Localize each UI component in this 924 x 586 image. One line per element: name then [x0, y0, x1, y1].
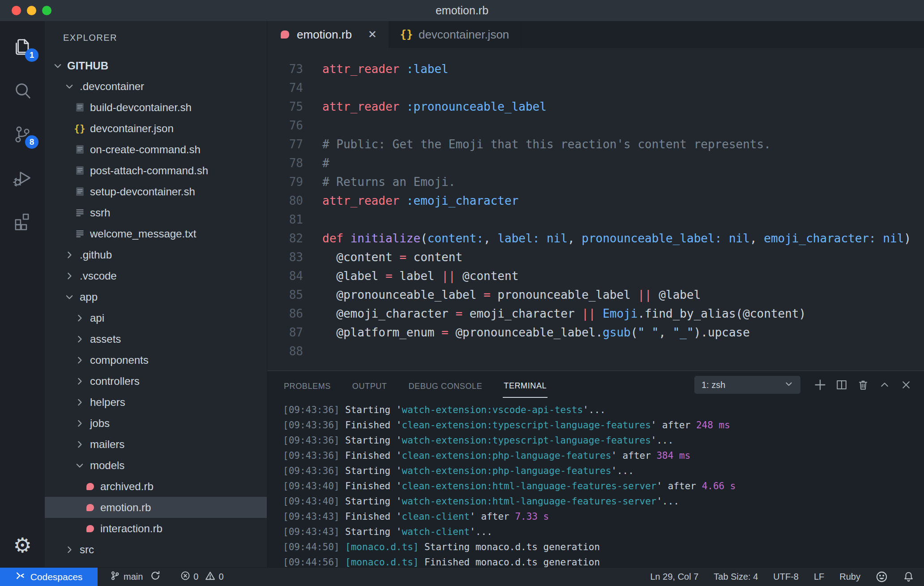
source-control-badge: 8 — [25, 135, 38, 149]
tree-item-controllers[interactable]: controllers — [45, 371, 267, 392]
kill-terminal-button[interactable] — [853, 375, 873, 395]
problems-indicator[interactable]: 0 0 — [180, 571, 223, 583]
sync-icon[interactable] — [150, 570, 161, 583]
status-encoding[interactable]: UTF-8 — [773, 572, 799, 582]
code-line-86[interactable]: 86 @emoji_character = emoji_character ||… — [267, 304, 924, 323]
code-line-74[interactable]: 74 — [267, 78, 924, 97]
tree-item-models[interactable]: models — [45, 455, 267, 476]
close-panel-button[interactable] — [896, 375, 916, 395]
tree-item-interaction.rb[interactable]: interaction.rb — [45, 518, 267, 539]
panel-tab-terminal[interactable]: TERMINAL — [503, 372, 548, 398]
chevron-right-icon — [74, 354, 86, 366]
code-line-content — [303, 342, 322, 361]
activity-source-control-button[interactable]: 8 — [0, 112, 45, 156]
code-line-75[interactable]: 75attr_reader :pronounceable_label — [267, 97, 924, 116]
minimize-window-button[interactable] — [27, 6, 36, 15]
code-line-73[interactable]: 73attr_reader :label — [267, 60, 924, 78]
tree-item-components[interactable]: components — [45, 349, 267, 371]
tree-item-label: archived.rb — [100, 480, 154, 493]
zoom-window-button[interactable] — [42, 6, 51, 15]
code-line-content: # Returns an Emoji. — [303, 172, 455, 191]
activity-search-button[interactable] — [0, 69, 45, 112]
tree-item-label: .github — [80, 249, 112, 261]
feedback-smiley-icon[interactable] — [876, 571, 888, 583]
tree-item-mailers[interactable]: mailers — [45, 434, 267, 455]
close-window-button[interactable] — [12, 6, 21, 15]
code-line-79[interactable]: 79# Returns an Emoji. — [267, 172, 924, 191]
tree-item-.devcontainer[interactable]: .devcontainer — [45, 76, 267, 97]
activity-explorer-button[interactable]: 1 — [0, 26, 45, 69]
tree-root-github[interactable]: GITHUB — [45, 56, 267, 76]
tree-item-api[interactable]: api — [45, 307, 267, 328]
tree-item-devcontainer.json[interactable]: {}devcontainer.json — [45, 118, 267, 139]
panel-tab-output[interactable]: OUTPUT — [351, 373, 388, 397]
new-terminal-button[interactable] — [810, 375, 830, 395]
tree-item-.github[interactable]: .github — [45, 244, 267, 265]
tree-item-label: .devcontainer — [80, 80, 144, 93]
code-editor[interactable]: 73attr_reader :label7475attr_reader :pro… — [267, 48, 924, 371]
tree-item-on-create-command.sh[interactable]: on-create-command.sh — [45, 139, 267, 160]
ruby-file-icon — [84, 481, 96, 492]
line-number: 87 — [267, 323, 303, 342]
tree-item-post-attach-command.sh[interactable]: post-attach-command.sh — [45, 160, 267, 181]
tab-close-icon[interactable]: ✕ — [368, 28, 377, 41]
branch-indicator[interactable]: main — [110, 570, 161, 583]
panel-tab-bar: PROBLEMSOUTPUTDEBUG CONSOLETERMINAL1: zs… — [267, 371, 924, 399]
terminal-shell-select[interactable]: 1: zsh — [694, 376, 800, 394]
errors-count: 0 — [193, 572, 198, 582]
settings-gear-icon[interactable]: ⚙ — [13, 535, 31, 556]
tree-item-emotion.rb[interactable]: emotion.rb — [45, 497, 267, 518]
code-line-76[interactable]: 76 — [267, 116, 924, 135]
ruby-gem-icon — [279, 29, 291, 40]
code-line-84[interactable]: 84 @label = label || @content — [267, 267, 924, 285]
panel-tab-debug-console[interactable]: DEBUG CONSOLE — [407, 373, 483, 397]
window-title: emotion.rb — [436, 4, 488, 17]
json-braces-icon: {} — [401, 29, 412, 40]
code-line-82[interactable]: 82def initialize(content:, label: nil, p… — [267, 229, 924, 248]
tree-item-helpers[interactable]: helpers — [45, 392, 267, 413]
chevron-right-icon — [74, 418, 86, 429]
line-number: 77 — [267, 135, 303, 154]
status-tab-size[interactable]: Tab Size: 4 — [714, 572, 758, 582]
codespaces-remote-button[interactable]: Codespaces — [0, 568, 98, 586]
line-number: 83 — [267, 248, 303, 267]
code-line-85[interactable]: 85 @pronounceable_label = pronounceable_… — [267, 285, 924, 304]
status-line-col[interactable]: Ln 29, Col 7 — [650, 572, 698, 582]
tree-item-setup-devcontainer.sh[interactable]: setup-devcontainer.sh — [45, 181, 267, 202]
maximize-panel-button[interactable] — [875, 375, 894, 395]
tree-item-jobs[interactable]: jobs — [45, 413, 267, 434]
tree-item-label: helpers — [90, 396, 125, 409]
tree-item-label: emotion.rb — [100, 501, 151, 514]
code-line-83[interactable]: 83 @content = content — [267, 248, 924, 267]
panel-tab-problems[interactable]: PROBLEMS — [283, 373, 332, 397]
tree-item-welcome_message.txt[interactable]: welcome_message.txt — [45, 223, 267, 244]
line-number: 84 — [267, 267, 303, 285]
code-line-87[interactable]: 87 @platform_enum = @pronounceable_label… — [267, 323, 924, 342]
explorer-sidebar: EXPLORER GITHUB .devcontainerbuild-devco… — [45, 21, 267, 567]
code-line-88[interactable]: 88 — [267, 342, 924, 361]
status-language[interactable]: Ruby — [839, 572, 860, 582]
tree-item-build-devcontainer.sh[interactable]: build-devcontainer.sh — [45, 97, 267, 118]
tree-item-archived.rb[interactable]: archived.rb — [45, 476, 267, 497]
line-number: 73 — [267, 60, 303, 78]
editor-tab-devcontainer.json[interactable]: {}devcontainer.json — [389, 21, 521, 48]
warnings-count: 0 — [218, 572, 223, 582]
code-line-81[interactable]: 81 — [267, 210, 924, 229]
tree-item-.vscode[interactable]: .vscode — [45, 265, 267, 286]
editor-tab-emotion.rb[interactable]: emotion.rb✕ — [267, 21, 389, 48]
line-number: 86 — [267, 304, 303, 323]
split-terminal-button[interactable] — [832, 375, 851, 395]
notifications-bell-icon[interactable] — [903, 571, 914, 582]
terminal-output[interactable]: [09:43:36] Starting 'watch-extension:vsc… — [267, 399, 924, 567]
tree-item-assets[interactable]: assets — [45, 328, 267, 349]
status-eol[interactable]: LF — [814, 572, 824, 582]
tree-item-src[interactable]: src — [45, 539, 267, 560]
activity-run-debug-button[interactable] — [0, 156, 45, 199]
code-line-80[interactable]: 80attr_reader :emoji_character — [267, 191, 924, 210]
code-line-78[interactable]: 78# — [267, 154, 924, 172]
line-number: 75 — [267, 97, 303, 116]
code-line-77[interactable]: 77# Public: Get the Emoji that this reac… — [267, 135, 924, 154]
activity-extensions-button[interactable] — [0, 199, 45, 243]
tree-item-app[interactable]: app — [45, 286, 267, 307]
tree-item-ssrh[interactable]: ssrh — [45, 202, 267, 223]
